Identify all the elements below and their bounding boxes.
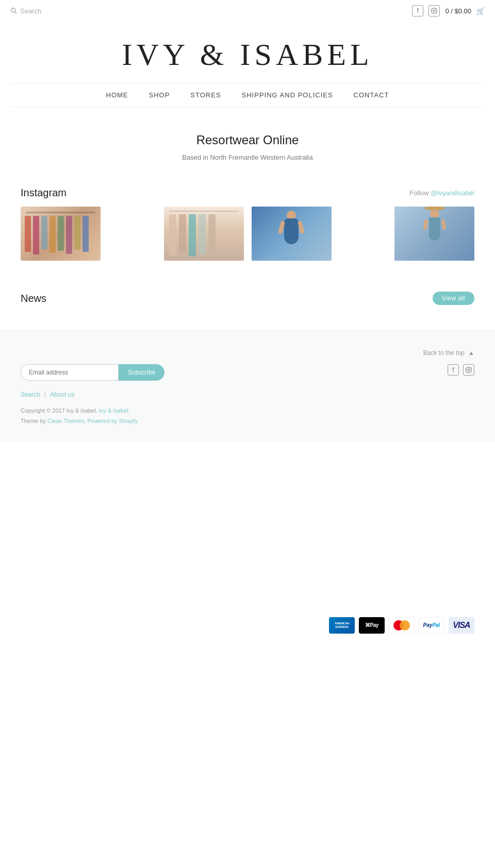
footer: Back to the top ▲ Subscribe Search | Abo… [0,331,495,442]
news-section: News View all [0,281,495,315]
search-icon [10,7,18,14]
nav-shop[interactable]: SHOP [149,91,170,99]
instagram-header: Instagram Follow @ivyandisabel [21,187,474,199]
instagram-footer-icon[interactable] [463,364,474,376]
visa-payment-icon: VISA [449,617,474,634]
ivy-isabel-link[interactable]: Ivy & Isabel. [99,407,130,414]
hero-section: Resortwear Online Based in North Fremant… [0,107,495,177]
amex-payment-icon: AMERICANEXPRESS [329,617,355,634]
top-bar: Search f 0 / $0.00 🛒 [0,0,495,22]
shopify-link[interactable]: Powered by Shopify [87,418,138,424]
nav-home[interactable]: HOME [106,91,128,99]
brand-title: IVY & ISABEL [10,37,485,73]
instagram-header-icon[interactable] [428,5,440,16]
footer-about-link[interactable]: About us [50,391,74,398]
mastercard-payment-icon [389,617,415,634]
svg-point-4 [436,9,436,10]
hero-title: Resortwear Online [10,133,485,147]
search-label: Search [20,7,41,15]
instagram-title: Instagram [21,187,67,199]
instagram-image-3[interactable] [252,207,332,261]
instagram-follow: Follow @ivyandisabel [409,189,474,197]
instagram-image-2[interactable] [164,207,244,261]
nav-contact[interactable]: CONTACT [354,91,389,99]
facebook-footer-icon[interactable]: f [448,364,459,376]
svg-point-7 [470,368,470,369]
footer-copyright: Copyright © 2017 Ivy & Isabel. Ivy & Isa… [21,406,448,427]
hero-subtitle: Based in North Fremantle Western Austral… [10,154,485,161]
footer-links: Search | About us [21,391,448,398]
nav-stores[interactable]: STORES [190,91,221,99]
brand-section: IVY & ISABEL [0,22,495,83]
search-area[interactable]: Search [10,7,41,15]
payment-section: AMERICANEXPRESS ⌘Pay PayPal VISA [0,586,495,654]
footer-right: f [448,364,474,376]
instagram-image-1[interactable] [21,207,101,261]
clean-themes-link[interactable]: Clean Themes [47,418,84,424]
svg-rect-5 [466,367,471,372]
nav-shipping[interactable]: SHIPPING AND POLICIES [242,91,333,99]
email-input[interactable] [21,364,119,381]
svg-line-1 [15,12,17,14]
news-title: News [21,293,46,304]
cart-link[interactable]: 0 / $0.00 [445,7,471,15]
instagram-follow-link[interactable]: @ivyandisabel [431,189,474,197]
cart-icon: 🛒 [476,7,485,15]
view-all-button[interactable]: View all [433,292,474,305]
instagram-image-4[interactable] [394,207,474,261]
footer-row: Subscribe Search | About us Copyright © … [21,364,474,427]
svg-point-3 [433,10,435,12]
footer-left: Subscribe Search | About us Copyright © … [21,364,448,427]
chevron-up-icon: ▲ [468,349,474,356]
news-header: News View all [21,292,474,305]
subscribe-button[interactable]: Subscribe [119,364,164,381]
visa-label: VISA [453,621,470,630]
main-nav: HOME SHOP STORES SHIPPING AND POLICIES C… [10,83,485,107]
svg-point-0 [11,8,15,12]
subscribe-form: Subscribe [21,364,448,381]
paypal-payment-icon: PayPal [419,617,444,634]
top-right: f 0 / $0.00 🛒 [412,5,485,16]
instagram-grid [21,207,474,261]
back-to-top[interactable]: Back to the top ▲ [21,344,474,364]
bottom-space [0,654,495,860]
svg-rect-2 [432,8,437,13]
instagram-section: Instagram Follow @ivyandisabel [0,177,495,271]
footer-links-separator: | [44,391,46,398]
applepay-payment-icon: ⌘Pay [359,617,385,634]
facebook-header-icon[interactable]: f [412,5,423,16]
empty-space [0,442,495,586]
footer-search-link[interactable]: Search [21,391,40,398]
svg-point-6 [468,369,470,371]
